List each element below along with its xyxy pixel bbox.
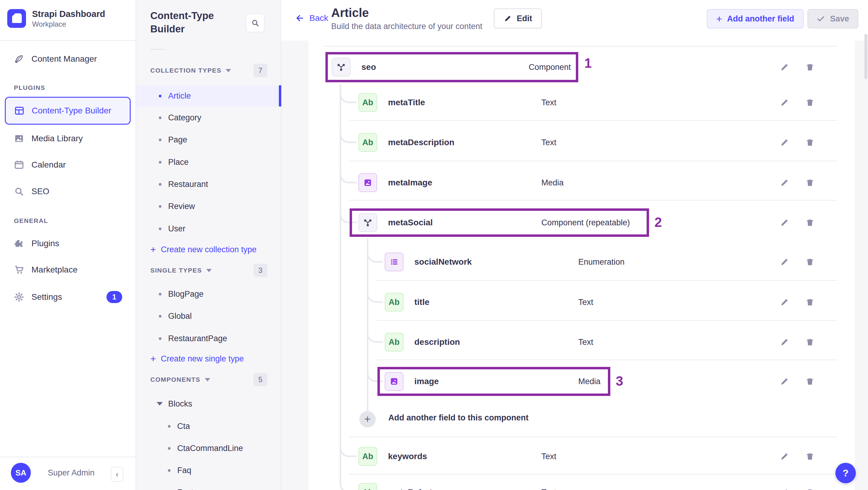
sidebar-item-media-library[interactable]: Media Library [0, 127, 136, 150]
page-header: Back Article Build the data architecture… [281, 0, 868, 40]
tree-elbow [367, 325, 383, 343]
plus-icon: + [716, 13, 722, 25]
sidebar-item-faq[interactable]: Faq [136, 460, 281, 481]
field-type: Text [541, 450, 557, 462]
sidebar-item-cta[interactable]: Cta [136, 416, 281, 437]
workspace-title: Strapi Dashboard [32, 9, 105, 19]
sidebar-item-calendar[interactable]: Calendar [0, 153, 136, 176]
delete-field-button[interactable] [804, 177, 816, 189]
group-header-components[interactable]: COMPONENTS [150, 373, 210, 386]
sidebar-item-article[interactable]: Article [136, 85, 281, 106]
field-name: keywords [388, 450, 427, 462]
enumeration-field-icon [385, 252, 403, 271]
add-component-field-button[interactable]: + [359, 411, 376, 427]
delete-field-button[interactable] [804, 375, 816, 388]
tree-line [340, 84, 341, 476]
group-header-single-types[interactable]: SINGLE TYPES [150, 264, 212, 277]
delete-field-button[interactable] [804, 336, 816, 348]
sidebar-item-seo[interactable]: SEO [0, 180, 136, 203]
delete-field-button[interactable] [804, 136, 816, 149]
edit-field-button[interactable] [778, 486, 790, 490]
sidebar-item-global[interactable]: Global [136, 306, 281, 327]
delete-field-button[interactable] [804, 450, 816, 462]
sidebar-item-plugins[interactable]: Plugins [0, 232, 136, 255]
sidebar-item-features[interactable]: Features [136, 482, 281, 490]
trash-icon [805, 257, 815, 267]
sidebar-item-page[interactable]: Page [136, 129, 281, 150]
delete-field-button[interactable] [804, 296, 816, 308]
edit-field-button[interactable] [778, 450, 790, 462]
settings-notification-badge: 1 [106, 291, 122, 303]
annotation-box-3 [377, 367, 610, 396]
create-collection-type-link[interactable]: + Create new collection type [150, 241, 256, 258]
bullet-icon [159, 139, 161, 141]
strapi-logo-icon[interactable] [7, 9, 26, 28]
trash-icon [805, 297, 815, 307]
bullet-icon [159, 227, 161, 230]
row-divider [349, 474, 837, 474]
edit-field-button[interactable] [778, 375, 790, 388]
help-button[interactable]: ? [835, 463, 856, 483]
plus-icon: + [150, 244, 156, 255]
tree-elbow [340, 475, 356, 490]
collapse-sidebar-button[interactable]: ‹ [111, 467, 123, 482]
pencil-icon [780, 257, 789, 267]
sidebar-item-place[interactable]: Place [136, 152, 281, 173]
edit-button[interactable]: Edit [494, 8, 542, 28]
pencil-icon [780, 488, 789, 490]
field-type: Text [541, 96, 557, 109]
delete-field-button[interactable] [804, 217, 816, 229]
sidebar-item-category[interactable]: Category [136, 107, 281, 128]
bullet-icon [159, 183, 161, 186]
bullet-icon [168, 447, 170, 450]
feather-pen-icon [14, 54, 24, 64]
sidebar-item-content-manager[interactable]: Content Manager [0, 48, 136, 70]
edit-field-button[interactable] [778, 96, 790, 109]
sidebar-item-marketplace[interactable]: Marketplace [0, 258, 136, 281]
avatar[interactable]: SA [11, 463, 31, 483]
section-label-general: GENERAL [14, 217, 48, 224]
field-name: socialNetwork [414, 256, 472, 268]
sidebar-item-review[interactable]: Review [136, 196, 281, 217]
delete-field-button[interactable] [804, 61, 816, 73]
delete-field-button[interactable] [804, 486, 816, 490]
edit-field-button[interactable] [778, 136, 790, 149]
content-type-builder-panel: Content-Type Builder COLLECTION TYPES 7 … [136, 0, 281, 490]
chevron-down-icon [206, 269, 212, 272]
edit-field-button[interactable] [778, 217, 790, 229]
text-field-icon: Ab [359, 483, 377, 490]
back-link[interactable]: Back [295, 13, 328, 23]
annotation-box-2 [350, 208, 649, 237]
edit-field-button[interactable] [778, 177, 790, 189]
sidebar-item-blogpage[interactable]: BlogPage [136, 283, 281, 305]
add-component-field-label[interactable]: Add another field to this component [388, 413, 528, 423]
trash-icon [805, 178, 815, 187]
sidebar-item-user[interactable]: User [136, 218, 281, 239]
edit-field-button[interactable] [778, 296, 790, 308]
group-header-collection-types[interactable]: COLLECTION TYPES [150, 64, 231, 77]
search-button[interactable] [246, 13, 265, 32]
delete-field-button[interactable] [804, 96, 816, 109]
sidebar-item-restaurantpage[interactable]: RestaurantPage [136, 328, 281, 349]
edit-field-button[interactable] [778, 336, 790, 348]
add-another-field-button[interactable]: + Add another field [707, 9, 804, 28]
sidebar-item-content-type-builder[interactable]: Content-Type Builder [5, 97, 131, 125]
sidebar-item-restaurant[interactable]: Restaurant [136, 174, 281, 195]
trash-icon [805, 218, 815, 227]
trash-icon [805, 137, 815, 147]
sidebar-item-ctacommandline[interactable]: CtaCommandLine [136, 438, 281, 459]
trash-icon [805, 376, 815, 386]
image-icon [14, 133, 24, 144]
save-button[interactable]: Save [807, 9, 858, 28]
edit-field-button[interactable] [778, 61, 790, 73]
delete-field-button[interactable] [804, 256, 816, 268]
create-single-type-link[interactable]: + Create new single type [150, 350, 244, 367]
plus-icon: + [150, 353, 156, 365]
row-divider [323, 46, 837, 47]
scrollbar-thumb[interactable] [864, 34, 867, 79]
sidebar-item-blocks[interactable]: Blocks [136, 393, 281, 415]
edit-field-button[interactable] [778, 256, 790, 268]
row-divider [376, 320, 837, 320]
field-type: Enumeration [578, 256, 624, 268]
text-field-icon: Ab [359, 93, 377, 112]
